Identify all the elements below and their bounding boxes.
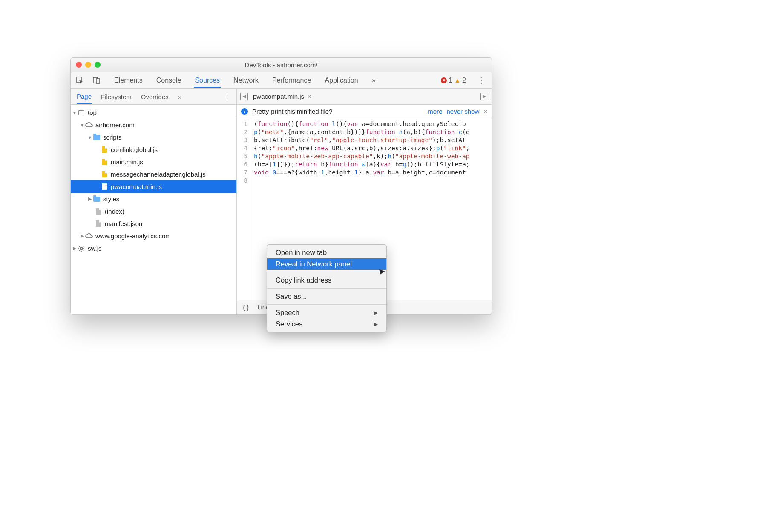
info-icon: i xyxy=(241,108,248,115)
editor-tabbar: ◀ pwacompat.min.js × ▶ xyxy=(237,89,492,105)
subtabs-overflow-icon[interactable]: » xyxy=(178,89,181,103)
ctx-separator xyxy=(267,272,386,272)
window-zoom-button[interactable] xyxy=(95,62,101,68)
navigate-back-icon[interactable]: ◀ xyxy=(240,93,248,100)
main-tabbar: Elements Console Sources Network Perform… xyxy=(71,72,492,89)
tree-service-worker[interactable]: ▶sw.js xyxy=(71,242,236,255)
pretty-print-message: Pretty-print this minified file? xyxy=(252,108,332,115)
error-warning-badges[interactable]: × 1 ▲ 2 xyxy=(441,77,466,84)
tab-elements[interactable]: Elements xyxy=(113,73,144,88)
line-gutter: 12345678 xyxy=(237,118,251,300)
pretty-print-more-link[interactable]: more xyxy=(428,108,442,115)
file-tree: ▼top ▼airhorner.com ▼scripts comlink.glo… xyxy=(71,105,236,314)
tree-top[interactable]: ▼top xyxy=(71,106,236,119)
tree-file[interactable]: messagechanneladapter.global.js xyxy=(71,168,236,180)
error-icon: × xyxy=(441,77,447,83)
warning-icon: ▲ xyxy=(454,77,460,84)
navigator-tabs: Page Filesystem Overrides » ⋮ xyxy=(71,89,236,105)
ctx-separator xyxy=(267,304,386,305)
navigate-forward-icon[interactable]: ▶ xyxy=(480,93,488,100)
tree-file[interactable]: manifest.json xyxy=(71,217,236,230)
ctx-open-new-tab[interactable]: Open in new tab xyxy=(267,247,386,258)
main-tabs: Elements Console Sources Network Perform… xyxy=(113,73,377,88)
tree-file[interactable]: (index) xyxy=(71,205,236,217)
gear-icon xyxy=(78,245,85,252)
close-tab-icon[interactable]: × xyxy=(308,93,311,100)
settings-menu-icon[interactable]: ⋮ xyxy=(474,75,489,86)
tree-file[interactable]: comlink.global.js xyxy=(71,143,236,156)
subtab-filesystem[interactable]: Filesystem xyxy=(101,89,132,103)
devtools-window: DevTools - airhorner.com/ Elements Conso… xyxy=(70,57,492,315)
open-file-tab[interactable]: pwacompat.min.js xyxy=(253,93,304,100)
cloud-icon xyxy=(85,122,93,129)
window-close-button[interactable] xyxy=(76,62,82,68)
navigator-menu-icon[interactable]: ⋮ xyxy=(222,92,230,102)
sources-navigator: Page Filesystem Overrides » ⋮ ▼top ▼airh… xyxy=(71,89,237,314)
window-titlebar: DevTools - airhorner.com/ xyxy=(71,58,492,72)
pretty-print-never-link[interactable]: never show xyxy=(447,108,480,115)
tab-performance[interactable]: Performance xyxy=(271,73,312,88)
tree-domain-collapsed[interactable]: ▶www.google-analytics.com xyxy=(71,230,236,242)
svg-rect-2 xyxy=(96,79,100,83)
inspect-element-icon[interactable] xyxy=(75,76,84,85)
subtab-overrides[interactable]: Overrides xyxy=(141,89,169,103)
tree-file[interactable]: main.min.js xyxy=(71,156,236,168)
ctx-save-as[interactable]: Save as... xyxy=(267,291,386,302)
tab-application[interactable]: Application xyxy=(324,73,359,88)
tab-network[interactable]: Network xyxy=(233,73,259,88)
device-toolbar-icon[interactable] xyxy=(92,76,101,85)
context-menu: Open in new tab Reveal in Network panel … xyxy=(267,244,387,332)
svg-point-3 xyxy=(80,247,83,250)
submenu-arrow-icon: ▶ xyxy=(374,321,378,327)
tree-styles-folder[interactable]: ▶styles xyxy=(71,193,236,205)
pretty-print-bar: i Pretty-print this minified file? more … xyxy=(237,105,492,118)
ctx-services[interactable]: Services▶ xyxy=(267,318,386,330)
warning-count: 2 xyxy=(462,77,466,84)
format-braces-icon[interactable]: { } xyxy=(243,303,249,311)
tabs-overflow-icon[interactable]: » xyxy=(371,73,377,88)
tab-sources[interactable]: Sources xyxy=(194,73,221,88)
tree-file-selected[interactable]: pwacompat.min.js xyxy=(71,180,236,193)
ctx-separator xyxy=(267,288,386,289)
pretty-print-close-icon[interactable]: × xyxy=(483,108,487,115)
ctx-copy-link[interactable]: Copy link address xyxy=(267,275,386,286)
submenu-arrow-icon: ▶ xyxy=(374,309,378,316)
tab-console[interactable]: Console xyxy=(155,73,182,88)
tree-scripts-folder[interactable]: ▼scripts xyxy=(71,131,236,143)
window-minimize-button[interactable] xyxy=(85,62,91,68)
tree-domain[interactable]: ▼airhorner.com xyxy=(71,119,236,131)
ctx-reveal-network[interactable]: Reveal in Network panel xyxy=(267,258,386,270)
ctx-speech[interactable]: Speech▶ xyxy=(267,307,386,318)
traffic-lights xyxy=(76,62,101,68)
error-count: 1 xyxy=(449,77,452,84)
window-title: DevTools - airhorner.com/ xyxy=(245,61,318,69)
subtab-page[interactable]: Page xyxy=(77,89,92,104)
cloud-icon xyxy=(85,233,93,240)
